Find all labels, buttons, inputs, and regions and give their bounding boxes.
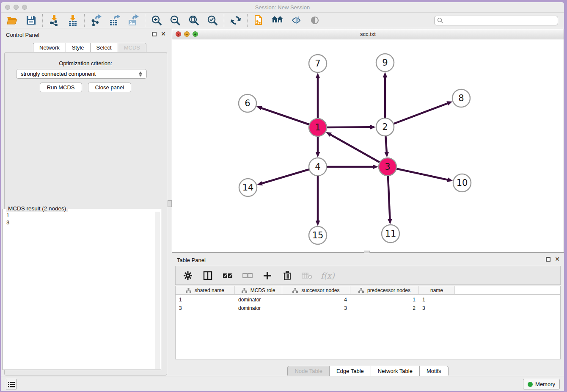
- column-header-shared-name[interactable]: shared name: [176, 286, 235, 294]
- svg-text:6: 6: [245, 98, 250, 108]
- column-header-mcds-role[interactable]: MCDS role: [235, 286, 282, 294]
- open-file-icon[interactable]: [6, 14, 19, 27]
- cell-predecessor-nodes[interactable]: 1: [350, 297, 419, 304]
- graph-node-3[interactable]: 3: [379, 158, 396, 176]
- hierarchy-icon: [186, 288, 191, 293]
- column-header-predecessor-nodes[interactable]: predecessor nodes: [350, 286, 419, 294]
- column-header-successor-nodes[interactable]: successor nodes: [282, 286, 350, 294]
- graph-node-8[interactable]: 8: [452, 89, 470, 107]
- zoom-out-icon[interactable]: [169, 14, 182, 27]
- export-table-icon[interactable]: [108, 14, 121, 27]
- result-scrollbar[interactable]: [155, 212, 160, 369]
- table-panel: Table Panel ✕: [172, 254, 564, 378]
- graph-node-6[interactable]: 6: [239, 94, 256, 112]
- show-hide-eye-icon[interactable]: [308, 14, 321, 27]
- vertical-splitter-handle[interactable]: [168, 200, 172, 207]
- status-bar: Memory: [1, 376, 564, 391]
- control-panel: Control Panel ✕ Network Style Select MCD…: [1, 29, 170, 377]
- show-columns-icon[interactable]: [201, 269, 214, 282]
- clone-network-icon[interactable]: [253, 14, 265, 27]
- close-table-panel-icon[interactable]: ✕: [555, 257, 560, 262]
- svg-text:10: 10: [457, 178, 468, 188]
- graph-node-2[interactable]: 2: [376, 118, 394, 136]
- tab-network[interactable]: Network: [33, 43, 66, 53]
- import-network-icon[interactable]: [48, 14, 61, 27]
- select-stepper-icon: [139, 72, 142, 77]
- search-input[interactable]: [443, 17, 555, 23]
- cell-mcds-role[interactable]: dominator: [235, 305, 282, 312]
- graph-node-1[interactable]: 1: [309, 119, 327, 136]
- zoom-selected-icon[interactable]: [206, 14, 219, 27]
- cell-successor-nodes[interactable]: 3: [282, 305, 350, 312]
- cell-name[interactable]: 1: [419, 297, 455, 304]
- graph-node-15[interactable]: 15: [309, 226, 327, 244]
- style-preview-icon[interactable]: [290, 14, 303, 27]
- svg-text:15: 15: [312, 230, 324, 240]
- graph-node-14[interactable]: 14: [239, 179, 257, 196]
- show-panels-list-button[interactable]: [6, 379, 17, 389]
- table-row[interactable]: 1 dominator 4 1 1: [176, 297, 560, 304]
- mcds-result-box: MCDS result (2 nodes) 1 3: [3, 209, 161, 370]
- tab-select[interactable]: Select: [90, 43, 118, 53]
- deselect-all-columns-icon[interactable]: [241, 269, 254, 282]
- criterion-select[interactable]: strongly connected component: [16, 69, 147, 79]
- float-table-panel-icon[interactable]: [546, 257, 550, 262]
- edge-3-1[interactable]: [330, 135, 388, 167]
- zoom-in-icon[interactable]: [150, 14, 163, 27]
- delete-column-icon[interactable]: [281, 269, 294, 282]
- cell-predecessor-nodes[interactable]: 2: [350, 305, 419, 312]
- tab-edge-table[interactable]: Edge Table: [329, 366, 371, 377]
- zoom-fit-icon[interactable]: [187, 14, 200, 27]
- horizontal-splitter-handle[interactable]: [364, 251, 370, 253]
- cell-shared-name[interactable]: 1: [176, 297, 235, 304]
- export-image-icon[interactable]: [127, 14, 140, 27]
- save-session-icon[interactable]: [25, 14, 37, 27]
- column-header-name[interactable]: name: [419, 286, 455, 294]
- run-mcds-button[interactable]: Run MCDS: [40, 83, 82, 92]
- criterion-value: strongly connected component: [21, 71, 96, 77]
- tab-motifs[interactable]: Motifs: [419, 366, 449, 377]
- network-canvas[interactable]: 7968124314101511: [172, 39, 564, 252]
- network-graph[interactable]: 7968124314101511: [172, 39, 564, 252]
- tab-mcds[interactable]: MCDS: [118, 43, 146, 53]
- tab-node-table[interactable]: Node Table: [287, 366, 329, 377]
- cell-name[interactable]: 3: [419, 305, 455, 312]
- memory-label: Memory: [535, 381, 555, 387]
- graph-node-9[interactable]: 9: [376, 54, 394, 72]
- cell-mcds-role[interactable]: dominator: [235, 297, 282, 304]
- graph-node-4[interactable]: 4: [309, 158, 327, 176]
- import-table-icon[interactable]: [66, 14, 79, 27]
- tab-style[interactable]: Style: [66, 43, 90, 53]
- cell-shared-name[interactable]: 3: [176, 305, 235, 312]
- close-panel-icon[interactable]: ✕: [161, 32, 166, 36]
- export-network-icon[interactable]: [90, 14, 102, 27]
- window-titlebar: Session: New Session: [1, 2, 564, 12]
- svg-text:4: 4: [315, 162, 320, 172]
- network-frame: x − + scc.txt 7968124314101511: [172, 29, 564, 253]
- search-field[interactable]: [434, 16, 558, 25]
- memory-button[interactable]: Memory: [523, 379, 560, 389]
- svg-text:14: 14: [242, 182, 254, 193]
- table-row[interactable]: 3 dominator 3 2 3: [176, 305, 560, 312]
- table-settings-gear-icon[interactable]: [182, 269, 194, 282]
- optimization-criterion-label: Optimization criterion:: [1, 60, 170, 66]
- node-table: shared name MCDS role successor nodes pr…: [175, 286, 561, 359]
- refresh-icon[interactable]: [229, 14, 242, 27]
- tab-network-table[interactable]: Network Table: [371, 366, 419, 377]
- app-window: Session: New Session: [1, 2, 564, 391]
- network-titlebar: x − + scc.txt: [172, 29, 564, 39]
- close-panel-button[interactable]: Close panel: [88, 83, 132, 92]
- create-column-icon[interactable]: [261, 269, 274, 282]
- svg-text:3: 3: [385, 162, 390, 172]
- edge-2-8[interactable]: [385, 103, 448, 127]
- graph-node-11[interactable]: 11: [382, 225, 399, 243]
- home-layout-icon[interactable]: [271, 14, 284, 27]
- graph-node-10[interactable]: 10: [453, 174, 471, 192]
- svg-text:7: 7: [315, 58, 320, 69]
- graph-node-7[interactable]: 7: [309, 55, 327, 72]
- float-panel-icon[interactable]: [152, 32, 157, 36]
- cell-successor-nodes[interactable]: 4: [282, 297, 350, 304]
- select-all-columns-icon[interactable]: [221, 269, 234, 282]
- svg-text:11: 11: [385, 229, 396, 239]
- table-panel-title: Table Panel: [177, 257, 206, 263]
